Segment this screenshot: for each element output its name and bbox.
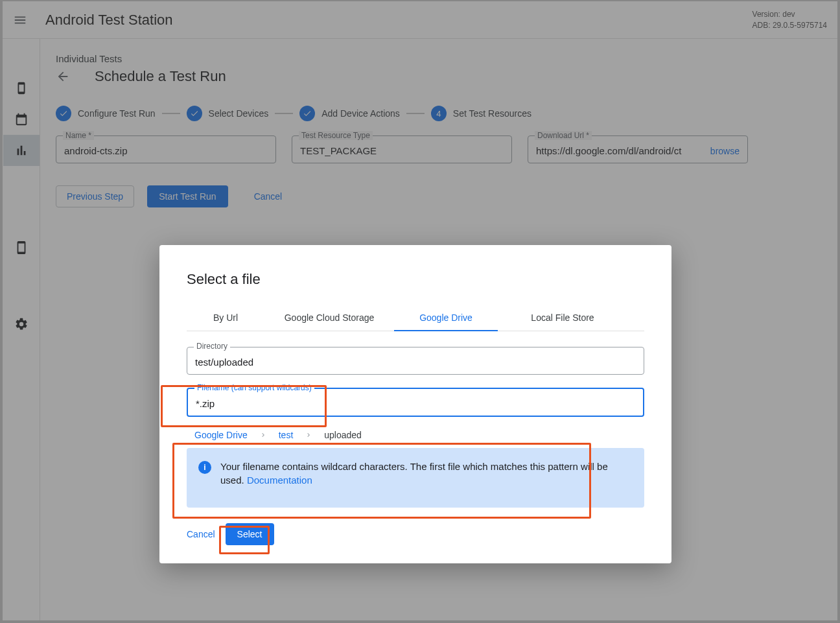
dialog-title: Select a file [187,271,644,288]
info-text: Your filename contains wildcard characte… [220,460,633,487]
field-label: Filename (can support wildcards) [194,383,314,392]
directory-field[interactable]: Directory [187,347,644,375]
info-icon: i [198,461,211,474]
breadcrumb-item[interactable]: test [279,430,294,440]
tab-local-file-store[interactable]: Local File Store [498,306,627,331]
filename-input[interactable] [188,389,643,416]
chevron-right-icon [259,431,267,439]
select-file-dialog: Select a file By Url Google Cloud Storag… [159,245,671,563]
tab-gcs[interactable]: Google Cloud Storage [264,306,394,331]
tab-by-url[interactable]: By Url [187,306,264,331]
breadcrumb-root[interactable]: Google Drive [194,430,248,440]
info-banner: i Your filename contains wildcard charac… [187,448,644,508]
chevron-right-icon [305,431,312,439]
field-label: Directory [194,342,230,351]
filename-field[interactable]: Filename (can support wildcards) [187,388,644,417]
dialog-cancel-button[interactable]: Cancel [187,529,215,539]
dialog-tabs: By Url Google Cloud Storage Google Drive… [187,306,644,331]
breadcrumb-current: uploaded [324,430,362,440]
breadcrumb: Google Drive test uploaded [187,430,644,440]
documentation-link[interactable]: Documentation [247,475,312,486]
directory-input[interactable] [187,347,644,374]
tab-google-drive[interactable]: Google Drive [394,306,498,331]
dialog-select-button[interactable]: Select [226,523,274,545]
